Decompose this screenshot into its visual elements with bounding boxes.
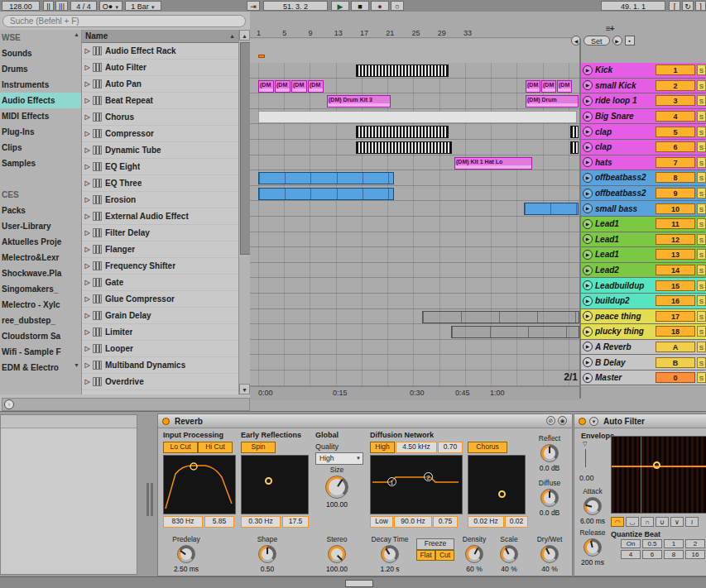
track-header[interactable]: ▶ Lead2 14 S (581, 263, 706, 279)
clip[interactable]: (DM (541, 80, 556, 93)
high-shelf-freq-value[interactable]: 4.50 kHz (396, 442, 437, 453)
track-number-badge[interactable]: 2 (656, 80, 695, 91)
track-solo-button[interactable]: S (697, 295, 706, 306)
list-item[interactable]: ▷ Filter Delay (82, 225, 238, 241)
track-header[interactable]: ▶ plucky thing 18 S (581, 324, 706, 340)
track-solo-button[interactable]: S (697, 95, 706, 106)
track-play-icon[interactable]: ▶ (583, 80, 593, 90)
filter-type-icon[interactable]: ≀ (685, 517, 699, 527)
track-header[interactable]: ▶ Lead1 12 S (581, 232, 706, 248)
track-number-badge[interactable]: 18 (656, 326, 695, 337)
lock-icon[interactable]: ◉ (558, 416, 567, 425)
filter-spectrum-display[interactable] (611, 436, 706, 514)
track-number-badge[interactable]: 0 (656, 372, 695, 383)
track-number-badge[interactable]: B (656, 357, 695, 368)
device-on-icon[interactable] (579, 418, 586, 425)
track-solo-button[interactable]: S (697, 249, 706, 260)
quantization-menu[interactable]: O●▼ (99, 1, 122, 11)
size-knob[interactable]: Size100.00 (314, 466, 360, 509)
envelope-amount-marker[interactable]: ▽ (583, 441, 587, 447)
track-header[interactable]: ▶ buildup2 16 S (581, 294, 706, 309)
track-solo-button[interactable]: S (697, 311, 706, 322)
scroll-up-button[interactable]: ▲ (239, 30, 250, 41)
list-item[interactable]: ▷ Dynamic Tube (82, 142, 238, 159)
diffusion-display[interactable]: 1 2 (370, 455, 463, 514)
list-item[interactable]: ▷ Limiter (82, 324, 238, 341)
track-header[interactable]: ▶ small bass 10 S (581, 201, 706, 217)
flat-button[interactable]: Flat (416, 550, 435, 561)
list-item[interactable]: ▷ Overdrive (82, 374, 238, 390)
track-number-badge[interactable]: 10 (656, 203, 695, 214)
track-play-icon[interactable]: ▶ (583, 173, 593, 183)
track-number-badge[interactable]: 16 (656, 295, 695, 306)
browser-category[interactable]: EDM & Electro (0, 360, 81, 375)
clip[interactable] (524, 203, 579, 215)
track-number-badge[interactable]: 13 (656, 249, 695, 260)
scroll-up-icon[interactable]: ▲ (74, 31, 79, 37)
list-header[interactable]: Name▲ (82, 30, 238, 43)
track-header[interactable]: ▶ A Reverb A S (581, 340, 706, 356)
shape-knob[interactable]: Shape0.50 (244, 535, 291, 573)
punch-in-icon[interactable]: [ (669, 1, 680, 11)
browser-category[interactable]: Clips (0, 140, 81, 155)
quantize-button[interactable]: 2 (685, 539, 705, 548)
stop-button[interactable]: ■ (351, 1, 369, 11)
browser-category[interactable]: Audio Effects (0, 93, 81, 108)
filter-type-icon[interactable]: ∩ (641, 517, 654, 527)
browser-category[interactable]: WSE (0, 30, 81, 45)
scrollbar[interactable]: ▲ ▼ (238, 30, 251, 394)
disclosure-icon[interactable]: ▷ (82, 345, 93, 352)
filter-handle[interactable] (653, 461, 660, 469)
spin-handle[interactable] (265, 477, 272, 485)
track-number-badge[interactable]: 9 (656, 188, 695, 198)
track-number-badge[interactable]: 14 (656, 265, 695, 275)
browser-category[interactable]: Melectro&Lexr (0, 250, 81, 265)
track-solo-button[interactable]: S (697, 172, 706, 183)
clip[interactable]: (DM (275, 80, 291, 93)
next-locator-icon[interactable]: ▶ (612, 36, 622, 45)
diffuse-knob[interactable]: Diffuse0.0 dB (531, 479, 569, 517)
list-item[interactable]: ▷ Erosion (82, 192, 238, 208)
track-solo-button[interactable]: S (697, 357, 706, 368)
panel-drag-handle[interactable] (151, 483, 153, 516)
beat-time-ruler[interactable]: 159131721252933 (250, 25, 579, 38)
input-freq-value[interactable]: 830 Hz (163, 516, 203, 528)
track-header[interactable]: ▶ offbeatbass2 8 S (581, 170, 706, 186)
filter-type-icon[interactable]: ∪ (656, 517, 669, 527)
filter-type-icon[interactable]: ◠ (611, 517, 624, 527)
scroll-down-button[interactable]: ▼ (239, 384, 250, 394)
track-number-badge[interactable]: 6 (656, 141, 695, 152)
track-play-icon[interactable]: ▶ (583, 234, 593, 244)
lo-cut-button[interactable]: Lo Cut (163, 442, 198, 453)
track-number-badge[interactable]: 15 (656, 280, 695, 291)
track-solo-button[interactable]: S (697, 203, 706, 214)
quantize-button[interactable]: 1 (664, 539, 684, 548)
chorus-button[interactable]: Chorus (468, 442, 507, 453)
track-solo-button[interactable]: S (697, 188, 706, 198)
track-play-icon[interactable]: ▶ (583, 265, 593, 275)
disclosure-icon[interactable]: ▷ (82, 64, 93, 71)
clip[interactable]: (DM) Kit 1 Hat Lo (454, 157, 532, 170)
disclosure-icon[interactable]: ▷ (82, 312, 93, 319)
track-header[interactable]: ▶ clap 6 S (581, 140, 706, 155)
filter-type-icon[interactable]: ∨ (670, 517, 684, 527)
track-solo-button[interactable]: S (697, 372, 706, 383)
sort-icon[interactable]: ▲ (229, 30, 235, 42)
disclosure-icon[interactable]: ▷ (82, 246, 93, 253)
attack-knob[interactable]: Attack6.00 ms (574, 487, 611, 525)
list-item[interactable]: ▷ EQ Eight (82, 159, 238, 175)
list-item[interactable]: ▷ Auto Filter (82, 60, 238, 76)
clip[interactable]: (DM (291, 80, 307, 93)
marker-icon[interactable]: ▪ (625, 36, 635, 45)
arrangement-options-icon[interactable]: ≡+ (606, 24, 614, 33)
tempo-display[interactable]: 128.00 (2, 1, 40, 11)
clip[interactable] (258, 111, 577, 123)
track-number-badge[interactable]: 11 (656, 218, 695, 229)
clip[interactable]: (DM (557, 80, 572, 93)
scale-knob[interactable]: Scale40 % (492, 535, 526, 573)
reflect-knob[interactable]: Reflect0.0 dB (531, 434, 569, 472)
hi-cut-button[interactable]: Hi Cut (198, 442, 233, 453)
metronome-icon[interactable]: ||| (55, 1, 68, 11)
disclosure-icon[interactable]: ▷ (82, 229, 93, 237)
quantize-button[interactable]: 8 (664, 550, 684, 559)
